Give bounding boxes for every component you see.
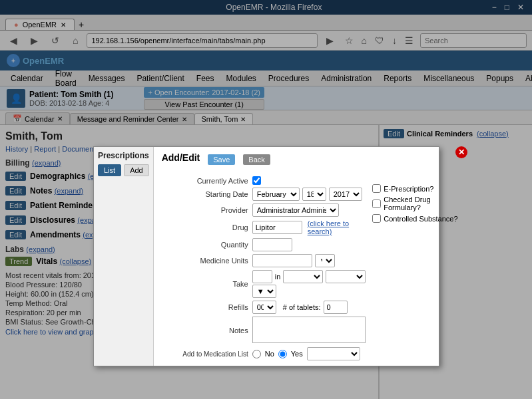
medicine-units-control: ▼ — [252, 254, 366, 267]
take-in-select[interactable] — [283, 270, 323, 283]
checked-drug-formulary-label: Checked Drug Formulary? — [384, 196, 459, 211]
notes-textarea[interactable] — [252, 317, 366, 343]
refills-control: 00 # of tablets: — [252, 301, 366, 314]
rx-button-row: List Add — [98, 164, 149, 176]
drug-label: Drug — [162, 223, 248, 231]
add-edit-form: Currently Active Starting Date February … — [162, 176, 366, 360]
refills-label: Refills — [162, 303, 248, 311]
year-select[interactable]: 2017 — [329, 188, 362, 201]
no-radio[interactable] — [252, 350, 261, 358]
num-tablets-input[interactable] — [324, 301, 348, 314]
e-prescription-label: E-Prescription? — [384, 185, 433, 193]
checked-drug-formulary-row: Checked Drug Formulary? — [372, 196, 459, 211]
provider-control: Administrator Administrator — [252, 203, 366, 217]
e-prescription-checkbox[interactable] — [372, 184, 381, 193]
checkboxes-column: E-Prescription? Checked Drug Formulary? … — [372, 171, 459, 360]
take-input[interactable] — [252, 270, 272, 283]
add-to-med-list-control: No Yes — [252, 347, 366, 360]
quantity-input[interactable] — [252, 238, 292, 251]
yes-select[interactable] — [307, 347, 360, 360]
checked-drug-formulary-checkbox[interactable] — [372, 200, 381, 208]
notes-label: Notes — [162, 327, 248, 334]
medicine-units-select[interactable]: ▼ — [315, 254, 335, 267]
medicine-units-input[interactable] — [252, 254, 312, 267]
drug-input[interactable] — [252, 221, 302, 234]
controlled-substance-row: Controlled Substance? — [372, 214, 459, 223]
yes-label: Yes — [291, 350, 303, 358]
currently-active-label: Currently Active — [162, 177, 248, 185]
back-button[interactable]: Back — [243, 154, 270, 165]
add-edit-panel: ✕ Add/Edit Save Back Currently Active — [154, 147, 467, 366]
num-tablets-label: # of tablets: — [283, 303, 321, 311]
provider-label: Provider — [162, 206, 248, 214]
take-in-label: in — [275, 273, 281, 281]
add-edit-title: Add/Edit — [162, 152, 200, 163]
prescriptions-modal: Prescriptions List Add ✕ Add/Edit Save B… — [93, 146, 439, 366]
quantity-control — [252, 238, 366, 251]
modal-close-button[interactable]: ✕ — [455, 146, 467, 158]
notes-control — [252, 317, 366, 344]
starting-date-control: February 18 2017 — [252, 188, 366, 201]
no-label: No — [265, 350, 274, 358]
refills-select[interactable]: 00 — [252, 301, 276, 314]
day-select[interactable]: 18 — [302, 188, 326, 201]
controlled-substance-checkbox[interactable] — [372, 214, 381, 223]
rx-list-panel: Prescriptions List Add — [94, 147, 154, 366]
quantity-label: Quantity — [162, 241, 248, 249]
yes-radio[interactable] — [278, 350, 287, 358]
medicine-units-label: Medicine Units — [162, 257, 248, 265]
rx-list-button[interactable]: List — [98, 164, 121, 176]
starting-date-label: Starting Date — [162, 190, 248, 198]
month-select[interactable]: February — [252, 188, 300, 201]
take-label: Take — [162, 280, 248, 288]
provider-select[interactable]: Administrator Administrator — [252, 203, 339, 217]
rx-add-button[interactable]: Add — [124, 164, 149, 176]
currently-active-checkbox[interactable] — [252, 176, 261, 185]
add-edit-header: Add/Edit Save Back — [162, 152, 459, 167]
take-extra-select[interactable]: ▼ — [252, 285, 276, 298]
controlled-substance-label: Controlled Substance? — [384, 215, 457, 223]
take-period-select[interactable] — [326, 270, 366, 283]
currently-active-control — [252, 176, 366, 185]
add-to-med-list-label: Add to Medication List — [162, 350, 248, 358]
drug-search-link[interactable]: (click here to search) — [308, 219, 366, 235]
prescriptions-title: Prescriptions — [98, 151, 149, 160]
save-button[interactable]: Save — [208, 154, 235, 165]
take-control: in ▼ — [252, 270, 366, 298]
e-prescription-row: E-Prescription? — [372, 184, 459, 193]
drug-control: (click here to search) — [252, 219, 366, 235]
